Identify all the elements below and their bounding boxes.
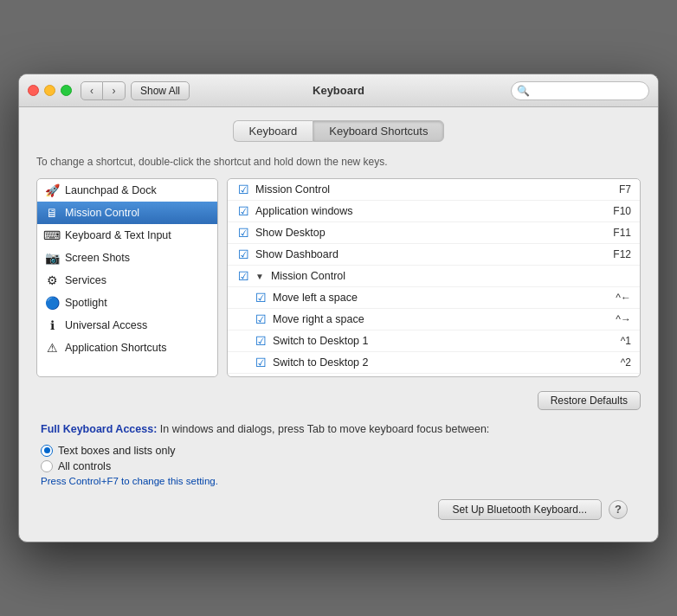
shortcut-label-switch-desk1: Switch to Desktop 1 xyxy=(273,335,616,347)
sidebar-label-keyboard-input: Keyboard & Text Input xyxy=(65,229,171,241)
shortcut-label-app-windows: Application windows xyxy=(255,205,608,217)
show-all-button[interactable]: Show All xyxy=(131,81,190,100)
spotlight-icon: 🔵 xyxy=(44,295,60,311)
sidebar-item-launchpad[interactable]: 🚀 Launchpad & Dock xyxy=(37,179,217,202)
maximize-button[interactable] xyxy=(61,85,72,96)
keyboard-icon: ⌨ xyxy=(44,228,60,243)
shortcut-row-switch-desk1: ☑ Switch to Desktop 1 ^1 xyxy=(228,330,640,352)
close-button[interactable] xyxy=(28,85,39,96)
restore-row: Restore Defaults xyxy=(36,386,641,415)
bluetooth-keyboard-button[interactable]: Set Up Bluetooth Keyboard... xyxy=(438,499,602,520)
restore-defaults-button[interactable]: Restore Defaults xyxy=(538,391,641,410)
help-button[interactable]: ? xyxy=(609,500,628,519)
sidebar-item-screenshots[interactable]: 📷 Screen Shots xyxy=(37,247,217,269)
shortcut-row-mission-group: ☑ ▼ Mission Control xyxy=(228,266,640,287)
sidebar-item-services[interactable]: ⚙ Services xyxy=(37,269,217,292)
traffic-lights xyxy=(28,85,72,96)
shortcut-row-switch-desk2: ☑ Switch to Desktop 2 ^2 xyxy=(228,352,640,374)
sidebar-item-keyboard-input[interactable]: ⌨ Keyboard & Text Input xyxy=(37,224,217,247)
shortcut-key-show-dashboard: F12 xyxy=(613,248,631,260)
tab-keyboard-shortcuts[interactable]: Keyboard Shortcuts xyxy=(313,120,444,142)
launchpad-icon: 🚀 xyxy=(44,183,60,198)
sidebar-label-app-shortcuts: Application Shortcuts xyxy=(65,342,166,354)
forward-button[interactable]: › xyxy=(103,81,126,100)
sidebar-item-spotlight[interactable]: 🔵 Spotlight xyxy=(37,292,217,314)
fka-note: Press Control+F7 to change this setting. xyxy=(41,476,636,486)
bottom-bar: Set Up Bluetooth Keyboard... ? xyxy=(36,491,641,529)
radio-circle-all-controls xyxy=(41,460,53,472)
window-title: Keyboard xyxy=(313,84,364,97)
sidebar-item-mission[interactable]: 🖥 Mission Control xyxy=(37,202,217,224)
check-move-left[interactable]: ☑ xyxy=(254,291,268,305)
sidebar-label-launchpad: Launchpad & Dock xyxy=(65,184,157,196)
shortcut-key-show-desktop: F11 xyxy=(613,227,631,239)
sidebar-label-services: Services xyxy=(65,274,106,286)
search-wrapper: 🔍 xyxy=(511,81,649,100)
sidebar-label-screenshots: Screen Shots xyxy=(65,252,130,264)
radio-label-all-controls: All controls xyxy=(58,460,111,472)
shortcut-label-move-right: Move right a space xyxy=(273,313,610,325)
sidebar-label-universal: Universal Access xyxy=(65,319,147,331)
shortcut-key-move-right: ^→ xyxy=(616,313,631,325)
radio-text-boxes[interactable]: Text boxes and lists only xyxy=(41,445,636,457)
screenshots-icon: 📷 xyxy=(44,250,60,266)
shortcut-key-mission: F7 xyxy=(619,183,631,196)
shortcut-key-move-left: ^← xyxy=(616,292,631,304)
shortcut-row-show-desktop: ☑ Show Desktop F11 xyxy=(228,222,640,244)
content-area: Keyboard Keyboard Shortcuts To change a … xyxy=(19,107,658,542)
sidebar-label-mission: Mission Control xyxy=(65,207,139,219)
shortcut-key-switch-desk1: ^1 xyxy=(621,335,631,347)
shortcut-row-mission: ☑ Mission Control F7 xyxy=(228,179,640,201)
shortcut-label-mission-group: Mission Control xyxy=(271,270,631,282)
shortcuts-panel: ☑ Mission Control F7 ☑ Application windo… xyxy=(227,178,641,377)
sidebar-item-app-shortcuts[interactable]: ⚠ Application Shortcuts xyxy=(37,337,217,359)
shortcut-row-show-dashboard: ☑ Show Dashboard F12 xyxy=(228,244,640,266)
sidebar-label-spotlight: Spotlight xyxy=(65,297,107,309)
check-show-dashboard[interactable]: ☑ xyxy=(236,247,250,261)
mission-icon: 🖥 xyxy=(44,205,60,221)
shortcut-key-app-windows: F10 xyxy=(613,205,631,217)
shortcut-row-move-right: ☑ Move right a space ^→ xyxy=(228,309,640,330)
radio-label-text-boxes: Text boxes and lists only xyxy=(58,445,176,457)
check-mission-group[interactable]: ☑ xyxy=(236,269,250,283)
shortcut-label-show-dashboard: Show Dashboard xyxy=(255,248,608,260)
search-input[interactable] xyxy=(511,81,649,100)
radio-all-controls[interactable]: All controls xyxy=(41,460,636,472)
sidebar-item-universal[interactable]: ℹ Universal Access xyxy=(37,314,217,337)
instruction-text: To change a shortcut, double-click the s… xyxy=(36,154,641,170)
radio-dot-text-boxes xyxy=(44,447,50,453)
nav-buttons: ‹ › xyxy=(81,81,126,100)
check-mission[interactable]: ☑ xyxy=(236,183,250,196)
search-icon: 🔍 xyxy=(517,85,530,97)
shortcut-label-mission: Mission Control xyxy=(255,183,614,196)
shortcut-label-switch-desk2: Switch to Desktop 2 xyxy=(273,356,616,369)
check-switch-desk1[interactable]: ☑ xyxy=(254,334,268,348)
minimize-button[interactable] xyxy=(44,85,55,96)
check-app-windows[interactable]: ☑ xyxy=(236,204,250,218)
check-switch-desk2[interactable]: ☑ xyxy=(254,356,268,369)
titlebar: ‹ › Show All Keyboard 🔍 xyxy=(19,74,658,107)
app-shortcuts-icon: ⚠ xyxy=(44,340,60,356)
triangle-icon: ▼ xyxy=(255,272,264,281)
shortcut-row-app-windows: ☑ Application windows F10 xyxy=(228,201,640,222)
fka-title: Full Keyboard Access: In windows and dia… xyxy=(41,422,636,438)
sidebar: 🚀 Launchpad & Dock 🖥 Mission Control ⌨ K… xyxy=(36,178,218,377)
radio-circle-text-boxes xyxy=(41,445,53,457)
main-window: ‹ › Show All Keyboard 🔍 Keyboard Keyboar… xyxy=(18,74,659,542)
shortcut-label-show-desktop: Show Desktop xyxy=(255,227,608,239)
shortcut-row-move-left: ☑ Move left a space ^← xyxy=(228,287,640,309)
shortcut-label-move-left: Move left a space xyxy=(273,292,610,304)
tabs-row: Keyboard Keyboard Shortcuts xyxy=(36,120,641,142)
tab-keyboard[interactable]: Keyboard xyxy=(233,120,313,142)
fka-section: Full Keyboard Access: In windows and dia… xyxy=(36,422,641,486)
main-panel: 🚀 Launchpad & Dock 🖥 Mission Control ⌨ K… xyxy=(36,178,641,377)
fka-title-text: In windows and dialogs, press Tab to mov… xyxy=(157,423,489,435)
shortcut-key-switch-desk2: ^2 xyxy=(621,356,631,369)
check-move-right[interactable]: ☑ xyxy=(254,312,268,326)
universal-icon: ℹ xyxy=(44,318,60,333)
services-icon: ⚙ xyxy=(44,273,60,288)
back-button[interactable]: ‹ xyxy=(81,81,103,100)
check-show-desktop[interactable]: ☑ xyxy=(236,226,250,240)
fka-title-bold: Full Keyboard Access: xyxy=(41,423,157,435)
